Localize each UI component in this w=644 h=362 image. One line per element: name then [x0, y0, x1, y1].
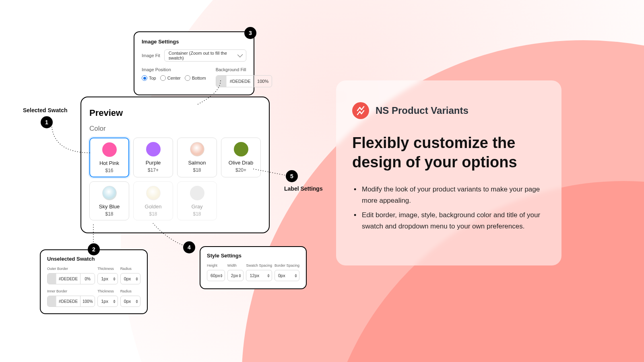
badge-3: 3: [244, 27, 256, 39]
swatch-circle: [146, 186, 161, 200]
unselected-swatch-panel: Unselected Swatch Outer Border #DEDEDE0%…: [40, 249, 148, 314]
swatch-price: $18: [193, 167, 201, 173]
swatch-name: Golden: [145, 204, 162, 210]
brand-icon: [352, 102, 369, 119]
swatch-spacing-label: Swatch Spacing: [246, 263, 272, 267]
preview-title: Preview: [89, 108, 261, 118]
image-fit-label: Image Fit: [142, 53, 160, 58]
swatch-item: Golden$18: [133, 181, 173, 220]
inner-thickness-stepper[interactable]: 1px: [97, 296, 118, 307]
swatch-price: $17+: [148, 167, 159, 173]
badge-2: 2: [88, 243, 100, 255]
width-label: Width: [227, 263, 244, 267]
swatch-price: $18: [149, 211, 157, 217]
outer-radius-stepper[interactable]: 0px: [120, 273, 140, 284]
swatch-circle: [102, 186, 117, 200]
swatch-circle: [190, 142, 204, 156]
outer-thickness-label: Thickness: [97, 267, 118, 271]
image-position-label: Image Position: [142, 67, 206, 72]
swatch-name: Purple: [146, 160, 161, 166]
badge-5: 5: [286, 170, 298, 182]
brand-name: NS Product Variants: [376, 105, 469, 116]
style-settings-title: Style Settings: [207, 253, 299, 259]
outer-thickness-stepper[interactable]: 1px: [97, 273, 118, 284]
inner-thickness-label: Thickness: [97, 289, 118, 293]
border-spacing-label: Border Spacing: [275, 263, 299, 267]
swatch-price: $16: [105, 168, 113, 173]
callout-label-settings: Label Settings: [284, 185, 323, 192]
bg-fill-label: Background Fill: [216, 67, 272, 72]
inner-border-input[interactable]: #DEDEDE100%: [47, 296, 95, 307]
outer-border-input[interactable]: #DEDEDE0%: [47, 273, 95, 284]
swatch-name: Gray: [191, 204, 202, 210]
height-stepper[interactable]: 60px: [207, 270, 225, 281]
swatch-circle: [190, 186, 204, 200]
swatch-item[interactable]: Olive Drab$20+: [221, 138, 261, 177]
bg-fill-hex: #DEDEDE: [227, 76, 254, 87]
info-card: NS Product Variants Flexibly customize t…: [336, 80, 561, 265]
outer-radius-label: Radius: [120, 267, 140, 271]
bullet-item: Edit border, image, style, background co…: [352, 210, 549, 232]
inner-radius-stepper[interactable]: 0px: [120, 296, 140, 307]
style-settings-panel: Style Settings Height 60px Width 2px Swa…: [200, 246, 307, 289]
swatch-item[interactable]: Salmon$18: [177, 138, 217, 177]
swatch-grid: Hot Pink$16Purple$17+Salmon$18Olive Drab…: [89, 138, 261, 220]
preview-option-label: Color: [89, 125, 261, 133]
bg-fill-pct: 100%: [254, 76, 272, 87]
swatch-price: $18: [105, 211, 113, 217]
radio-center[interactable]: Center: [160, 75, 181, 81]
image-fit-value: Container (Zoom out to fill the swatch): [169, 51, 238, 60]
swatch-item[interactable]: Sky Blue$18: [89, 181, 129, 220]
badge-4: 4: [183, 241, 195, 253]
outer-border-label: Outer Border: [47, 267, 95, 271]
swatch-name: Salmon: [188, 160, 206, 166]
image-settings-title: Image Settings: [142, 39, 246, 45]
height-label: Height: [207, 263, 225, 267]
swatch-name: Sky Blue: [99, 204, 120, 210]
inner-radius-label: Radius: [120, 289, 140, 293]
swatch-name: Hot Pink: [99, 160, 119, 166]
bullet-item: Modify the look of your product variants…: [352, 184, 549, 206]
image-settings-panel: Image Settings Image Fit Container (Zoom…: [134, 31, 254, 95]
swatch-spacing-stepper[interactable]: 12px: [246, 270, 272, 281]
radio-bottom[interactable]: Bottom: [185, 75, 206, 81]
callout-selected-swatch: Selected Swatch: [23, 107, 68, 113]
bg-fill-swatch: [216, 76, 227, 87]
swatch-circle: [146, 142, 161, 156]
swatch-price: $18: [193, 211, 201, 217]
badge-1: 1: [41, 116, 53, 128]
headline: Flexibly customize the design of your op…: [352, 134, 549, 172]
inner-border-label: Inner Border: [47, 289, 95, 293]
image-fit-select[interactable]: Container (Zoom out to fill the swatch): [164, 49, 246, 62]
swatch-circle: [102, 142, 117, 157]
unselected-swatch-title: Unselected Swatch: [47, 256, 140, 262]
width-stepper[interactable]: 2px: [227, 270, 244, 281]
preview-panel: Preview Color Hot Pink$16Purple$17+Salmo…: [80, 97, 270, 233]
swatch-price: $20+: [235, 167, 246, 173]
border-spacing-stepper[interactable]: 0px: [275, 270, 299, 281]
brand-row: NS Product Variants: [352, 102, 549, 119]
swatch-item[interactable]: Hot Pink$16: [89, 138, 129, 177]
bullet-list: Modify the look of your product variants…: [352, 184, 549, 232]
swatch-name: Olive Drab: [229, 160, 253, 166]
bg-fill-input[interactable]: #DEDEDE 100%: [216, 75, 272, 87]
radio-top[interactable]: Top: [142, 75, 156, 81]
swatch-item[interactable]: Purple$17+: [133, 138, 173, 177]
swatch-circle: [234, 142, 248, 156]
swatch-item: Gray$18: [177, 181, 217, 220]
